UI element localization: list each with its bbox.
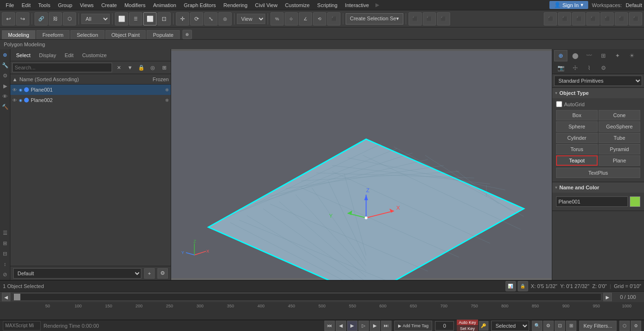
viewport[interactable]: [+] [Perspective] [Standard] [Default Sh… (171, 49, 552, 280)
rendered-frame[interactable]: ⬛ (423, 12, 436, 25)
menu-tools[interactable]: Tools (35, 1, 54, 9)
rectangular-select[interactable]: ⬜ (143, 12, 157, 25)
extra-tools-3[interactable]: ⬛ (572, 12, 585, 25)
place-highlight[interactable]: ◎ (218, 12, 232, 25)
mirror-button[interactable]: ⬛ (327, 12, 340, 25)
select-by-name-button[interactable]: ☰ (129, 12, 142, 25)
box-button[interactable]: Box (556, 110, 598, 120)
prev-frame-button[interactable]: ◀ (336, 321, 346, 331)
next-frame-button[interactable]: ▶ (370, 321, 380, 331)
textplus-button[interactable]: TextPlus (556, 168, 640, 178)
name-color-header[interactable]: ▾ Name and Color (552, 182, 644, 193)
lock-button[interactable]: 🔒 (137, 63, 146, 72)
create-selection-button[interactable]: Create Selection Se▾ (346, 13, 403, 25)
autogrid-checkbox[interactable] (556, 101, 562, 107)
tab-populate[interactable]: Populate (147, 30, 179, 39)
3d-snap[interactable]: ⊹ (285, 12, 298, 25)
cone-button[interactable]: Cone (599, 110, 640, 120)
tube-button[interactable]: Tube (599, 133, 640, 143)
layer-select[interactable]: Default (13, 268, 141, 279)
menu-rendering[interactable]: Rendering (220, 1, 252, 9)
rp-tab-systems[interactable]: ⚙ (597, 62, 610, 74)
extra-icon-2[interactable]: ⚙ (631, 321, 641, 331)
menu-scripting[interactable]: Scripting (313, 1, 341, 9)
rp-tab-spline[interactable]: 〰 (583, 50, 596, 61)
clear-search-button[interactable]: ✕ (114, 63, 123, 72)
move-button[interactable]: ✛ (176, 12, 189, 25)
timeline-prev-button[interactable]: ◀ (2, 293, 10, 301)
key-mode-icon[interactable]: 🔑 (479, 321, 488, 331)
side-icon-bottom-1[interactable]: ☰ (0, 228, 10, 238)
maxscript-mini[interactable]: MAXScript Mi (3, 321, 41, 331)
side-icon-hierarchy[interactable]: ⚙ (0, 71, 10, 80)
side-icon-bottom-4[interactable]: ↕ (0, 259, 10, 269)
menu-interactive[interactable]: Interactive (341, 1, 373, 9)
sphere-button[interactable]: Sphere (556, 121, 598, 132)
scene-search-input[interactable] (12, 63, 112, 72)
rp-tab-helper[interactable]: ☩ (568, 62, 582, 74)
link-button[interactable]: 🔗 (35, 12, 48, 25)
extra-tools-1[interactable]: ⬛ (544, 12, 557, 25)
layer-settings-button[interactable]: ⚙ (157, 268, 168, 279)
search-timeline-button[interactable]: 🔍 (532, 321, 542, 331)
scene-tab-customize[interactable]: Customize (78, 51, 111, 59)
expand-button[interactable]: ⊞ (159, 63, 169, 72)
menu-edit[interactable]: Edit (18, 1, 35, 9)
go-to-start-button[interactable]: ⏮ (324, 321, 335, 331)
snap-spinner[interactable]: ⟲ (313, 12, 326, 25)
undo-button[interactable]: ↩ (2, 12, 15, 25)
pyramid-button[interactable]: Pyramid (599, 144, 640, 154)
primitives-dropdown[interactable]: Standard Primitives (554, 76, 642, 86)
side-icon-bottom-3[interactable]: ⊟ (0, 249, 10, 258)
tab-extra[interactable]: ⊕ (183, 30, 192, 39)
side-icon-utilities[interactable]: 🔨 (0, 102, 10, 111)
side-icon-display[interactable]: 👁 (0, 92, 10, 101)
view-select[interactable]: View (237, 14, 265, 24)
tab-modeling[interactable]: Modeling (2, 30, 35, 39)
menu-group[interactable]: Group (54, 1, 76, 9)
object-name-input[interactable] (556, 196, 628, 207)
set-key-button[interactable]: Set Key (457, 326, 478, 331)
side-icon-create[interactable]: ⊕ (0, 50, 10, 59)
color-swatch[interactable] (630, 196, 640, 207)
layer-add-button[interactable]: + (144, 268, 155, 279)
geosphere-button[interactable]: GeoSphere (599, 121, 640, 132)
teapot-button[interactable]: Teapot (556, 155, 598, 166)
menu-customize[interactable]: Customize (281, 1, 313, 9)
sign-in-button[interactable]: 👤 Sign In ▾ (549, 1, 588, 9)
extra-icon-1[interactable]: ⬡ (619, 321, 630, 331)
percent-snap[interactable]: % (270, 12, 284, 25)
key-filters-button[interactable]: Key Filters... (579, 321, 617, 331)
scene-tab-select[interactable]: Select (12, 51, 35, 59)
object-type-header[interactable]: ▾ Object Type (552, 88, 644, 98)
visibility-icon-plane002[interactable]: 👁 (12, 98, 17, 103)
visibility-icon-plane001[interactable]: 👁 (12, 87, 17, 93)
render-prod[interactable]: ⬛ (437, 12, 450, 25)
rp-tab-spacewarp[interactable]: ⌇ (583, 62, 596, 74)
rp-tab-camera[interactable]: 📷 (554, 62, 567, 74)
menu-civil-view[interactable]: Civil View (251, 1, 281, 9)
timeline-settings-1[interactable]: ⚙ (543, 321, 554, 331)
scale-button[interactable]: ⤡ (204, 12, 218, 25)
extra-tools-5[interactable]: ⬛ (600, 12, 614, 25)
filter-button[interactable]: ▼ (125, 63, 135, 72)
scene-tab-display[interactable]: Display (35, 51, 60, 59)
rp-tab-compound[interactable]: ⊞ (597, 50, 610, 61)
side-icon-bottom-2[interactable]: ⊞ (0, 238, 10, 248)
plane-button[interactable]: Plane (599, 155, 640, 166)
side-icon-modify[interactable]: 🔧 (0, 60, 10, 70)
rp-tab-particle[interactable]: ✦ (611, 50, 624, 61)
side-icon-motion[interactable]: ▶ (0, 81, 10, 91)
scene-tab-edit[interactable]: Edit (61, 51, 78, 59)
lock-selection-button[interactable]: 🔒 (518, 281, 528, 291)
menu-animation[interactable]: Animation (149, 1, 180, 9)
auto-key-button[interactable]: Auto Key (457, 320, 478, 325)
torus-button[interactable]: Torus (556, 144, 598, 154)
select-object-button[interactable]: ⬜ (115, 12, 128, 25)
unlink-button[interactable]: ⛓ (49, 12, 62, 25)
tab-selection[interactable]: Selection (70, 30, 104, 39)
menu-file[interactable]: File (2, 1, 18, 9)
tab-object-paint[interactable]: Object Paint (105, 30, 146, 39)
filter-select[interactable]: All (81, 14, 110, 24)
timeline-settings-2[interactable]: ⊡ (555, 321, 565, 331)
